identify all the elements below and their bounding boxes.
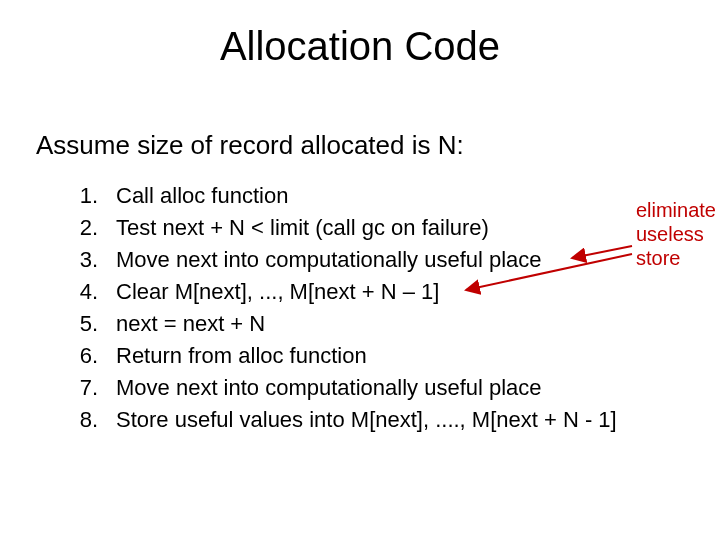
list-text: Return from alloc function <box>116 343 367 368</box>
list-number: 5. <box>64 308 98 340</box>
list-item: 1.Call alloc function <box>64 180 617 212</box>
list-item: 7.Move next into computationally useful … <box>64 372 617 404</box>
annotation-line: eliminate <box>636 198 716 222</box>
list-text: Call alloc function <box>116 183 288 208</box>
annotation-line: useless <box>636 222 716 246</box>
slide: Allocation Code Assume size of record al… <box>0 0 720 540</box>
list-item: 6.Return from alloc function <box>64 340 617 372</box>
list-item: 4.Clear M[next], ..., M[next + N – 1] <box>64 276 617 308</box>
list-text: Move next into computationally useful pl… <box>116 375 542 400</box>
list-item: 5.next = next + N <box>64 308 617 340</box>
annotation-line: store <box>636 246 716 270</box>
list-text: Move next into computationally useful pl… <box>116 247 542 272</box>
list-item: 3.Move next into computationally useful … <box>64 244 617 276</box>
list-item: 2.Test next + N < limit (call gc on fail… <box>64 212 617 244</box>
list-text: Clear M[next], ..., M[next + N – 1] <box>116 279 439 304</box>
list-text: Store useful values into M[next], ...., … <box>116 407 617 432</box>
list-number: 7. <box>64 372 98 404</box>
list-text: next = next + N <box>116 311 265 336</box>
list-number: 2. <box>64 212 98 244</box>
list-item: 8.Store useful values into M[next], ....… <box>64 404 617 436</box>
list-number: 3. <box>64 244 98 276</box>
list-number: 8. <box>64 404 98 436</box>
list-number: 6. <box>64 340 98 372</box>
list-text: Test next + N < limit (call gc on failur… <box>116 215 489 240</box>
list-number: 4. <box>64 276 98 308</box>
annotation-text: eliminate useless store <box>636 198 716 270</box>
slide-title: Allocation Code <box>0 24 720 69</box>
list-number: 1. <box>64 180 98 212</box>
slide-subhead: Assume size of record allocated is N: <box>36 130 464 161</box>
numbered-list: 1.Call alloc function 2.Test next + N < … <box>64 180 617 436</box>
